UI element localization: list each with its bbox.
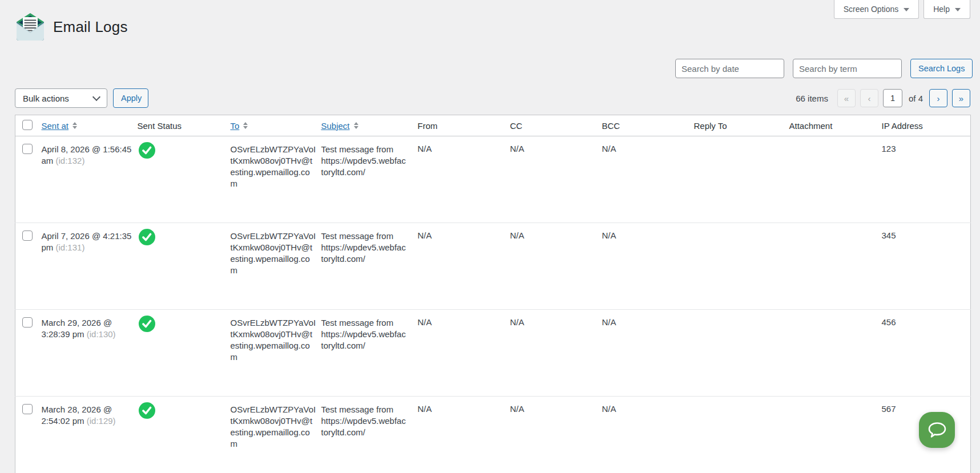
ip-value: 345 bbox=[882, 223, 971, 310]
log-id-label: (id:132) bbox=[56, 156, 85, 165]
column-header-sent-at[interactable]: Sent at bbox=[42, 121, 78, 131]
sort-arrows-icon bbox=[354, 122, 358, 129]
page-title: Email Logs bbox=[53, 18, 128, 36]
attachment-value bbox=[789, 310, 882, 397]
table-row: April 8, 2026 @ 1:56:45 am (id:132) OSvr… bbox=[15, 136, 971, 223]
subject-value: Test message from https://wpdev5.webfact… bbox=[321, 231, 407, 265]
row-checkbox[interactable] bbox=[22, 404, 33, 414]
page-header: Email Logs bbox=[15, 11, 128, 42]
sent-success-icon bbox=[139, 229, 155, 245]
subject-value: Test message from https://wpdev5.webfact… bbox=[321, 144, 407, 178]
cc-value: N/A bbox=[510, 310, 602, 397]
from-value: N/A bbox=[418, 310, 510, 397]
screen-meta-links: Screen Options Help bbox=[834, 0, 970, 19]
chat-bubble-icon bbox=[927, 421, 947, 439]
current-page-input[interactable] bbox=[883, 89, 902, 107]
to-value: OSvrELzbWTZPYaVoItKxmkw08ovj0THv@testing… bbox=[231, 317, 316, 363]
sent-at-value: April 7, 2026 @ 4:21:35 pm bbox=[42, 231, 132, 252]
select-all-checkbox[interactable] bbox=[22, 120, 33, 130]
search-row: Search Logs bbox=[675, 59, 973, 78]
caret-down-icon bbox=[955, 8, 961, 11]
bcc-value: N/A bbox=[602, 223, 694, 310]
search-by-date-input[interactable] bbox=[675, 59, 784, 78]
attachment-value bbox=[789, 397, 882, 473]
from-value: N/A bbox=[418, 397, 510, 473]
sent-success-icon bbox=[139, 402, 155, 419]
cc-value: N/A bbox=[510, 136, 602, 223]
row-checkbox[interactable] bbox=[22, 317, 33, 328]
reply-to-value bbox=[694, 397, 789, 473]
row-checkbox[interactable] bbox=[22, 231, 33, 241]
last-page-button[interactable]: » bbox=[952, 89, 970, 107]
to-header-label: To bbox=[231, 121, 240, 131]
ip-value: 456 bbox=[882, 310, 971, 397]
to-value: OSvrELzbWTZPYaVoItKxmkw08ovj0THv@testing… bbox=[231, 231, 316, 276]
chat-widget-button[interactable] bbox=[919, 412, 955, 448]
table-row: March 28, 2026 @ 2:54:02 pm (id:129) OSv… bbox=[15, 397, 971, 473]
table-header-row: Sent at Sent Status To Subject bbox=[15, 115, 971, 136]
reply-to-value bbox=[694, 310, 789, 397]
pagination: 66 items « ‹ of 4 › » bbox=[796, 88, 970, 108]
sent-success-icon bbox=[139, 316, 155, 332]
sort-arrows-icon bbox=[72, 122, 77, 129]
from-value: N/A bbox=[418, 223, 510, 310]
bcc-value: N/A bbox=[602, 397, 694, 473]
log-id-label: (id:130) bbox=[87, 329, 116, 339]
apply-button[interactable]: Apply bbox=[113, 88, 148, 108]
column-header-reply-to: Reply To bbox=[694, 115, 789, 136]
log-id-label: (id:131) bbox=[56, 242, 85, 252]
items-count: 66 items bbox=[796, 94, 828, 103]
subject-value: Test message from https://wpdev5.webfact… bbox=[321, 404, 407, 438]
log-id-label: (id:129) bbox=[87, 416, 116, 426]
sort-arrows-icon bbox=[243, 122, 248, 129]
column-header-cc: CC bbox=[510, 115, 602, 136]
prev-page-button: ‹ bbox=[860, 89, 878, 107]
column-header-sent-status: Sent Status bbox=[138, 115, 231, 136]
attachment-value bbox=[789, 136, 882, 223]
total-pages-label: of 4 bbox=[909, 94, 923, 103]
help-button[interactable]: Help bbox=[923, 0, 970, 19]
column-header-attachment: Attachment bbox=[789, 115, 882, 136]
help-label: Help bbox=[933, 5, 950, 14]
subject-header-label: Subject bbox=[321, 121, 350, 131]
sent-at-header-label: Sent at bbox=[42, 121, 69, 131]
sent-success-icon bbox=[139, 142, 155, 159]
caret-down-icon bbox=[904, 8, 909, 11]
column-header-bcc: BCC bbox=[602, 115, 694, 136]
table-row: April 7, 2026 @ 4:21:35 pm (id:131) OSvr… bbox=[15, 223, 971, 310]
to-value: OSvrELzbWTZPYaVoItKxmkw08ovj0THv@testing… bbox=[231, 144, 316, 189]
bulk-actions-select[interactable]: Bulk actions bbox=[15, 88, 107, 108]
column-header-from: From bbox=[418, 115, 510, 136]
screen-options-label: Screen Options bbox=[844, 5, 899, 14]
to-value: OSvrELzbWTZPYaVoItKxmkw08ovj0THv@testing… bbox=[231, 404, 316, 450]
table-row: March 29, 2026 @ 3:28:39 pm (id:130) OSv… bbox=[15, 310, 971, 397]
cc-value: N/A bbox=[510, 397, 602, 473]
bulk-actions-selected-value: Bulk actions bbox=[23, 94, 69, 103]
column-header-ip: IP Address bbox=[882, 115, 971, 136]
search-logs-button[interactable]: Search Logs bbox=[910, 59, 973, 78]
sent-at-value: April 8, 2026 @ 1:56:45 am bbox=[42, 144, 132, 165]
column-header-to[interactable]: To bbox=[231, 121, 248, 131]
next-page-button[interactable]: › bbox=[929, 89, 947, 107]
email-logs-logo-icon bbox=[15, 11, 46, 42]
email-logs-table: Sent at Sent Status To Subject bbox=[15, 115, 971, 473]
column-header-subject[interactable]: Subject bbox=[321, 121, 358, 131]
cc-value: N/A bbox=[510, 223, 602, 310]
subject-value: Test message from https://wpdev5.webfact… bbox=[321, 317, 407, 351]
search-by-term-input[interactable] bbox=[793, 59, 902, 78]
row-checkbox[interactable] bbox=[22, 144, 33, 154]
bcc-value: N/A bbox=[602, 310, 694, 397]
bcc-value: N/A bbox=[602, 136, 694, 223]
reply-to-value bbox=[694, 136, 789, 223]
first-page-button: « bbox=[837, 89, 856, 107]
attachment-value bbox=[789, 223, 882, 310]
screen-options-button[interactable]: Screen Options bbox=[834, 0, 919, 19]
ip-value: 123 bbox=[882, 136, 971, 223]
email-logs-page: Screen Options Help bbox=[0, 0, 980, 473]
chevron-down-icon bbox=[92, 92, 100, 100]
from-value: N/A bbox=[418, 136, 510, 223]
reply-to-value bbox=[694, 223, 789, 310]
